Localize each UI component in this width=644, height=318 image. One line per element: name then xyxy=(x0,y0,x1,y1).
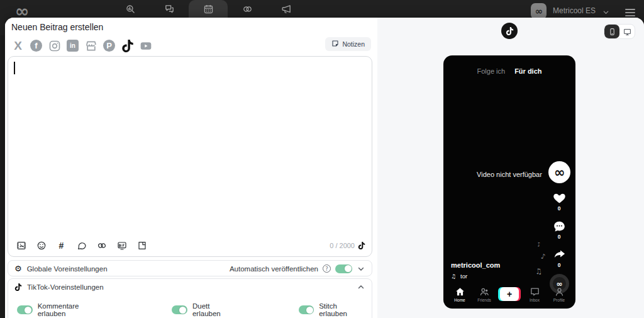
allow-stitch-toggle[interactable] xyxy=(299,305,314,314)
allow-stitch-setting: Stitch erlauben xyxy=(299,302,363,317)
comments-count: 0 xyxy=(558,234,561,240)
megaphone-icon xyxy=(281,4,292,17)
action-rail: ∞ 0 0 0 ∞ xyxy=(547,161,571,293)
hashtag-icon[interactable]: # xyxy=(56,241,67,251)
friends-icon xyxy=(479,287,490,297)
gear-icon: ⚙ xyxy=(14,264,22,273)
chevron-down-icon[interactable] xyxy=(357,264,365,273)
auto-publish-label: Automatisch veröffentlichen xyxy=(230,265,318,273)
preview-panel: Folge ich Für dich Video nicht verfügbar… xyxy=(377,18,644,318)
tiktok-settings-box: TikTok-Voreinstellungen Kommentare erlau… xyxy=(8,278,372,318)
allow-comments-label: Kommentare erlauben xyxy=(38,302,103,317)
inbox-bubble-icon xyxy=(530,287,540,297)
tiktok-settings-icon xyxy=(14,283,22,291)
allow-comments-toggle[interactable] xyxy=(17,305,33,314)
preview-tiktok-badge-icon xyxy=(501,23,518,39)
create-post-modal: Neuen Beitrag erstellen X f in P xyxy=(5,18,644,318)
feed-tabs: Folge ich Für dich xyxy=(443,67,575,75)
phone-nav-home: Home xyxy=(449,287,470,302)
allow-stitch-label: Stitch erlauben xyxy=(319,302,363,317)
menu-icon[interactable] xyxy=(625,7,635,18)
smartlinks-icon xyxy=(242,4,253,17)
link-shortener-icon[interactable] xyxy=(96,241,107,251)
likes-count: 0 xyxy=(558,205,561,212)
sound-title: tor xyxy=(460,273,467,280)
add-media-icon[interactable] xyxy=(16,241,26,251)
floating-note-icon: ♪ xyxy=(540,252,546,261)
music-note-icon: ♫ xyxy=(451,273,456,280)
phone-nav-profile: Profile xyxy=(548,287,570,302)
create-post-plus-button: + xyxy=(498,287,521,301)
mobile-view-button[interactable] xyxy=(604,25,619,38)
calendar-icon xyxy=(203,4,214,17)
gif-icon[interactable] xyxy=(116,241,127,251)
chevron-up-icon[interactable] xyxy=(357,283,365,292)
floating-note-icon: ♫ xyxy=(535,266,543,276)
device-toggle xyxy=(604,24,635,39)
modal-title: Neuen Beitrag erstellen xyxy=(11,22,103,32)
facebook-icon[interactable]: f xyxy=(30,39,43,52)
phone-nav-friends: Friends xyxy=(474,287,495,302)
allow-duet-setting: Duett erlauben xyxy=(172,302,235,317)
plus-icon: + xyxy=(500,287,519,301)
shares-count: 0 xyxy=(558,262,561,268)
tab-following: Folge ich xyxy=(477,67,505,75)
account-avatar: ∞ xyxy=(531,3,547,19)
tiktok-icon[interactable] xyxy=(121,39,134,52)
char-counter: 0 / 2000 xyxy=(330,242,365,249)
profile-avatar: ∞ xyxy=(548,161,570,183)
tiktok-counter-icon xyxy=(358,242,365,249)
emoji-icon[interactable] xyxy=(36,241,47,251)
account-name: Metricool ES xyxy=(553,6,596,15)
analytics-search-icon xyxy=(125,4,136,17)
network-selector: X f in P xyxy=(11,39,152,52)
profile-icon xyxy=(554,287,565,297)
x-twitter-icon[interactable]: X xyxy=(11,39,25,52)
youtube-icon[interactable] xyxy=(139,39,152,52)
phone-nav-inbox: Inbox xyxy=(524,287,545,302)
allow-duet-toggle[interactable] xyxy=(172,305,187,314)
google-business-icon[interactable] xyxy=(84,39,97,52)
saved-replies-icon[interactable] xyxy=(76,241,87,251)
tiktok-phone-preview: Folge ich Für dich Video nicht verfügbar… xyxy=(443,55,575,309)
pinterest-icon[interactable]: P xyxy=(103,39,116,52)
phone-bottom-nav: Home Friends + Inbox xyxy=(443,282,575,309)
allow-duet-label: Duett erlauben xyxy=(192,302,236,317)
username-text: metricool_com xyxy=(451,261,500,269)
desktop-view-button[interactable] xyxy=(619,25,635,38)
global-settings-label: Globale Voreinstellungen xyxy=(27,265,108,273)
tiktok-settings-label: TikTok-Voreinstellungen xyxy=(27,283,104,291)
drafts-file-icon[interactable] xyxy=(136,241,147,251)
auto-publish-toggle[interactable] xyxy=(335,264,352,273)
instagram-icon[interactable] xyxy=(48,39,61,52)
char-count-text: 0 / 2000 xyxy=(330,242,355,249)
heart-icon xyxy=(553,191,566,205)
allow-comments-setting: Kommentare erlauben xyxy=(17,302,103,317)
notes-label: Notizen xyxy=(342,40,365,48)
composer-panel: Neuen Beitrag erstellen X f in P xyxy=(5,18,377,318)
note-icon xyxy=(331,40,339,48)
floating-note-icon: ♪ xyxy=(536,241,541,247)
share-icon xyxy=(553,248,566,261)
inbox-chat-icon xyxy=(164,4,175,17)
notes-button[interactable]: Notizen xyxy=(325,37,371,51)
post-text-editor[interactable]: # 0 / 2000 xyxy=(8,56,372,257)
editor-toolbar: # 0 / 2000 xyxy=(16,238,365,253)
linkedin-icon[interactable]: in xyxy=(66,39,79,52)
screen: ∞ Analytik Inbox Planung xyxy=(0,0,644,318)
tiktok-toggle-row: Kommentare erlauben Duett erlauben Stitc… xyxy=(8,302,372,317)
tab-for-you: Für dich xyxy=(514,67,541,75)
home-icon xyxy=(455,287,465,297)
text-caret xyxy=(14,62,15,74)
comment-icon xyxy=(553,220,566,233)
help-icon[interactable]: ? xyxy=(323,264,331,273)
sound-row: ♫ tor xyxy=(451,273,467,280)
global-settings-box: ⚙ Globale Voreinstellungen Automatisch v… xyxy=(8,260,372,276)
